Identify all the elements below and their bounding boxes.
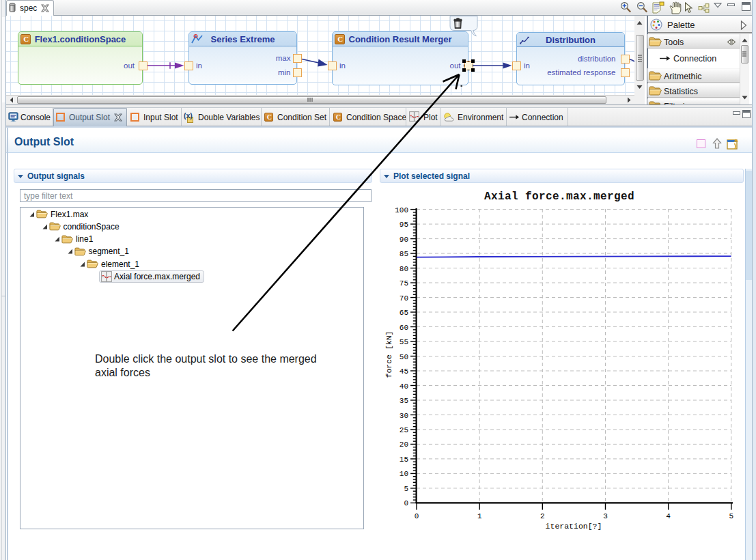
svg-text:70: 70 [400, 294, 408, 303]
svg-text:iteration[?]: iteration[?] [546, 522, 602, 531]
svg-text:50: 50 [400, 353, 408, 361]
svg-text:55: 55 [400, 338, 408, 346]
svg-text:75: 75 [400, 279, 408, 288]
svg-text:85: 85 [400, 250, 408, 258]
svg-text:90: 90 [400, 236, 408, 244]
svg-text:25: 25 [400, 426, 408, 434]
svg-text:2: 2 [540, 512, 545, 520]
svg-text:30: 30 [400, 412, 408, 420]
svg-text:65: 65 [400, 309, 408, 317]
svg-text:80: 80 [400, 265, 408, 273]
svg-text:Axial force.max.merged: Axial force.max.merged [484, 191, 634, 203]
svg-text:100: 100 [395, 206, 408, 214]
svg-text:5: 5 [404, 485, 408, 493]
svg-text:45: 45 [400, 367, 408, 376]
svg-text:0: 0 [415, 512, 419, 520]
svg-text:force [kN]: force [kN] [384, 331, 393, 378]
svg-text:4: 4 [666, 512, 671, 520]
svg-text:1: 1 [477, 512, 482, 520]
svg-text:60: 60 [400, 324, 408, 332]
svg-text:40: 40 [400, 382, 408, 391]
svg-text:15: 15 [400, 456, 408, 464]
svg-text:5: 5 [729, 512, 733, 520]
svg-text:95: 95 [400, 221, 408, 229]
svg-text:20: 20 [400, 440, 408, 449]
svg-text:0: 0 [404, 499, 408, 507]
svg-text:35: 35 [400, 397, 408, 405]
svg-text:3: 3 [603, 512, 608, 520]
svg-text:10: 10 [400, 470, 408, 478]
